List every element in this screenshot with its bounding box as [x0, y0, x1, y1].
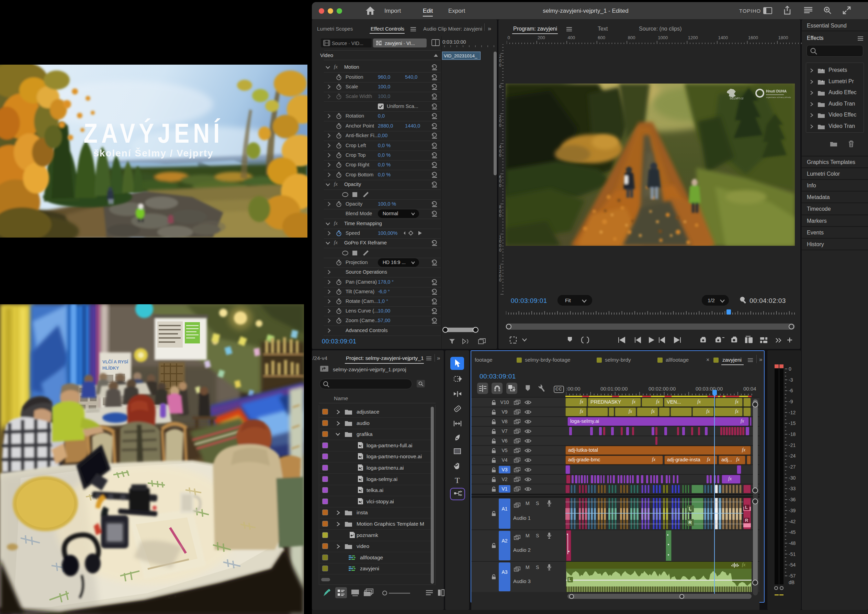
- svg-text:organizace ochrany přírody: organizace ochrany přírody: [766, 96, 791, 98]
- svg-text:ZAVÝJENÍ: ZAVÝJENÍ: [84, 118, 223, 149]
- svg-text:VLČÍ A RYSÍ: VLČÍ A RYSÍ: [102, 359, 129, 364]
- svg-text:HLÍDKY: HLÍDKY: [102, 365, 119, 371]
- svg-text:T: T: [455, 476, 460, 484]
- svg-text:Hnutí DUHA: Hnutí DUHA: [766, 89, 787, 93]
- svg-text:ŠELMY.cz: ŠELMY.cz: [730, 96, 744, 100]
- svg-text:školení Šelmy / Vejprty: školení Šelmy / Vejprty: [93, 148, 213, 159]
